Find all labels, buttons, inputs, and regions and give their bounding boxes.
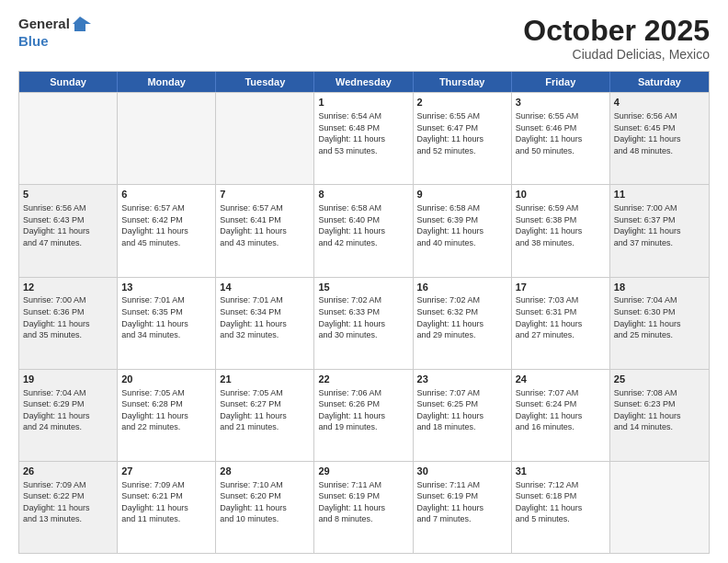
day-info: Sunrise: 7:04 AM Sunset: 6:30 PM Dayligh…: [614, 295, 681, 339]
day-cell: 11Sunrise: 7:00 AM Sunset: 6:37 PM Dayli…: [610, 185, 709, 276]
day-info: Sunrise: 7:09 AM Sunset: 6:22 PM Dayligh…: [23, 480, 90, 524]
day-info: Sunrise: 6:55 AM Sunset: 6:46 PM Dayligh…: [516, 111, 583, 155]
day-cell: 1Sunrise: 6:54 AM Sunset: 6:48 PM Daylig…: [314, 93, 413, 184]
day-info: Sunrise: 6:58 AM Sunset: 6:40 PM Dayligh…: [318, 203, 385, 247]
day-info: Sunrise: 7:05 AM Sunset: 6:27 PM Dayligh…: [220, 388, 287, 432]
day-number: 16: [417, 281, 507, 294]
day-number: 18: [614, 281, 705, 294]
calendar-row: 5Sunrise: 6:56 AM Sunset: 6:43 PM Daylig…: [19, 184, 709, 276]
day-info: Sunrise: 7:02 AM Sunset: 6:33 PM Dayligh…: [318, 295, 385, 339]
day-number: 5: [23, 188, 113, 201]
day-cell: 19Sunrise: 7:04 AM Sunset: 6:29 PM Dayli…: [19, 370, 118, 461]
empty-cell: [118, 93, 216, 184]
calendar-page: General Blue October 2025 Ciudad Delicia…: [0, 0, 728, 563]
day-cell: 26Sunrise: 7:09 AM Sunset: 6:22 PM Dayli…: [19, 462, 118, 553]
calendar-header: SundayMondayTuesdayWednesdayThursdayFrid…: [19, 72, 709, 92]
day-number: 4: [614, 96, 705, 109]
day-cell: 29Sunrise: 7:11 AM Sunset: 6:19 PM Dayli…: [314, 462, 413, 553]
day-cell: 7Sunrise: 6:57 AM Sunset: 6:41 PM Daylig…: [216, 185, 314, 276]
day-cell: 15Sunrise: 7:02 AM Sunset: 6:33 PM Dayli…: [314, 278, 413, 369]
day-number: 15: [318, 281, 408, 294]
day-cell: 4Sunrise: 6:56 AM Sunset: 6:45 PM Daylig…: [610, 93, 709, 184]
empty-cell: [19, 93, 118, 184]
day-number: 14: [220, 281, 310, 294]
weekday-header: Tuesday: [216, 72, 314, 92]
day-number: 22: [318, 373, 408, 386]
empty-cell: [610, 462, 709, 553]
day-number: 21: [220, 373, 310, 386]
day-cell: 5Sunrise: 6:56 AM Sunset: 6:43 PM Daylig…: [19, 185, 118, 276]
day-cell: 17Sunrise: 7:03 AM Sunset: 6:31 PM Dayli…: [512, 278, 610, 369]
day-info: Sunrise: 7:09 AM Sunset: 6:21 PM Dayligh…: [121, 480, 188, 524]
day-info: Sunrise: 6:58 AM Sunset: 6:39 PM Dayligh…: [417, 203, 484, 247]
day-info: Sunrise: 7:00 AM Sunset: 6:37 PM Dayligh…: [614, 203, 681, 247]
day-info: Sunrise: 7:07 AM Sunset: 6:24 PM Dayligh…: [516, 388, 583, 432]
day-cell: 22Sunrise: 7:06 AM Sunset: 6:26 PM Dayli…: [314, 370, 413, 461]
logo-arrow-icon: [73, 15, 91, 33]
day-info: Sunrise: 7:01 AM Sunset: 6:34 PM Dayligh…: [220, 295, 287, 339]
day-cell: 27Sunrise: 7:09 AM Sunset: 6:21 PM Dayli…: [118, 462, 216, 553]
day-number: 11: [614, 188, 705, 201]
day-number: 28: [220, 465, 310, 478]
day-info: Sunrise: 6:56 AM Sunset: 6:45 PM Dayligh…: [614, 111, 681, 155]
weekday-header: Monday: [118, 72, 216, 92]
day-info: Sunrise: 7:04 AM Sunset: 6:29 PM Dayligh…: [23, 388, 90, 432]
day-number: 13: [121, 281, 211, 294]
day-cell: 2Sunrise: 6:55 AM Sunset: 6:47 PM Daylig…: [414, 93, 512, 184]
day-info: Sunrise: 7:01 AM Sunset: 6:35 PM Dayligh…: [121, 295, 188, 339]
weekday-header: Sunday: [19, 72, 118, 92]
day-info: Sunrise: 7:05 AM Sunset: 6:28 PM Dayligh…: [121, 388, 188, 432]
day-info: Sunrise: 7:12 AM Sunset: 6:18 PM Dayligh…: [516, 480, 583, 524]
day-cell: 16Sunrise: 7:02 AM Sunset: 6:32 PM Dayli…: [414, 278, 512, 369]
day-number: 20: [121, 373, 211, 386]
day-cell: 31Sunrise: 7:12 AM Sunset: 6:18 PM Dayli…: [512, 462, 610, 553]
subtitle: Ciudad Delicias, Mexico: [523, 47, 710, 62]
day-number: 31: [516, 465, 606, 478]
day-number: 10: [516, 188, 606, 201]
title-block: October 2025 Ciudad Delicias, Mexico: [523, 15, 710, 62]
day-cell: 30Sunrise: 7:11 AM Sunset: 6:19 PM Dayli…: [414, 462, 512, 553]
day-cell: 13Sunrise: 7:01 AM Sunset: 6:35 PM Dayli…: [118, 278, 216, 369]
day-number: 9: [417, 188, 507, 201]
month-title: October 2025: [523, 15, 710, 47]
day-cell: 21Sunrise: 7:05 AM Sunset: 6:27 PM Dayli…: [216, 370, 314, 461]
day-cell: 8Sunrise: 6:58 AM Sunset: 6:40 PM Daylig…: [314, 185, 413, 276]
day-number: 30: [417, 465, 507, 478]
day-cell: 6Sunrise: 6:57 AM Sunset: 6:42 PM Daylig…: [118, 185, 216, 276]
day-info: Sunrise: 7:00 AM Sunset: 6:36 PM Dayligh…: [23, 295, 90, 339]
day-cell: 12Sunrise: 7:00 AM Sunset: 6:36 PM Dayli…: [19, 278, 118, 369]
day-info: Sunrise: 6:57 AM Sunset: 6:41 PM Dayligh…: [220, 203, 287, 247]
calendar-row: 12Sunrise: 7:00 AM Sunset: 6:36 PM Dayli…: [19, 277, 709, 369]
day-cell: 10Sunrise: 6:59 AM Sunset: 6:38 PM Dayli…: [512, 185, 610, 276]
day-number: 2: [417, 96, 507, 109]
weekday-header: Saturday: [610, 72, 709, 92]
day-info: Sunrise: 7:06 AM Sunset: 6:26 PM Dayligh…: [318, 388, 385, 432]
day-cell: 18Sunrise: 7:04 AM Sunset: 6:30 PM Dayli…: [610, 278, 709, 369]
day-info: Sunrise: 7:02 AM Sunset: 6:32 PM Dayligh…: [417, 295, 484, 339]
day-number: 8: [318, 188, 408, 201]
day-cell: 23Sunrise: 7:07 AM Sunset: 6:25 PM Dayli…: [414, 370, 512, 461]
logo: General Blue: [18, 15, 91, 49]
header: General Blue October 2025 Ciudad Delicia…: [18, 15, 710, 62]
day-number: 29: [318, 465, 408, 478]
day-number: 23: [417, 373, 507, 386]
day-number: 6: [121, 188, 211, 201]
calendar-row: 26Sunrise: 7:09 AM Sunset: 6:22 PM Dayli…: [19, 461, 709, 553]
day-number: 1: [318, 96, 408, 109]
empty-cell: [216, 93, 314, 184]
day-cell: 25Sunrise: 7:08 AM Sunset: 6:23 PM Dayli…: [610, 370, 709, 461]
day-number: 12: [23, 281, 113, 294]
logo-blue: Blue: [18, 33, 91, 49]
weekday-header: Wednesday: [314, 72, 413, 92]
day-info: Sunrise: 7:07 AM Sunset: 6:25 PM Dayligh…: [417, 388, 484, 432]
day-info: Sunrise: 6:59 AM Sunset: 6:38 PM Dayligh…: [516, 203, 583, 247]
day-info: Sunrise: 7:10 AM Sunset: 6:20 PM Dayligh…: [220, 480, 287, 524]
day-info: Sunrise: 6:54 AM Sunset: 6:48 PM Dayligh…: [318, 111, 385, 155]
day-cell: 9Sunrise: 6:58 AM Sunset: 6:39 PM Daylig…: [414, 185, 512, 276]
day-info: Sunrise: 6:57 AM Sunset: 6:42 PM Dayligh…: [121, 203, 188, 247]
calendar: SundayMondayTuesdayWednesdayThursdayFrid…: [18, 71, 710, 554]
svg-marker-0: [73, 17, 91, 31]
day-info: Sunrise: 6:55 AM Sunset: 6:47 PM Dayligh…: [417, 111, 484, 155]
day-number: 26: [23, 465, 113, 478]
day-number: 19: [23, 373, 113, 386]
